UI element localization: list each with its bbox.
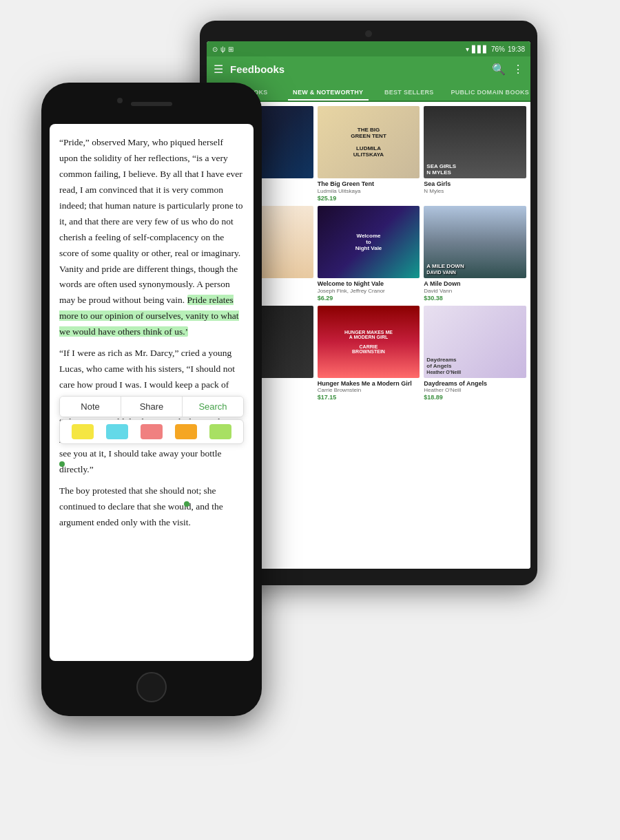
book-price: $30.38 xyxy=(424,295,443,302)
share-button[interactable]: Share xyxy=(121,397,183,417)
book-title: Hunger Makes Me a Modern Girl xyxy=(318,380,412,388)
hamburger-menu-icon[interactable]: ☰ xyxy=(214,63,223,76)
text-selection-toolbar: Note Share Search xyxy=(59,396,244,444)
statusbar-left-icons: ⊙ ψ ⊞ xyxy=(212,45,234,53)
wifi-icon: ▾ xyxy=(466,45,469,53)
book-cover: HUNGER MAKES MEA MODERN GIRLCARRIEBROWNS… xyxy=(318,306,420,378)
book-cover: SEA GIRLSN MYLES xyxy=(424,106,526,178)
tab-new-noteworthy[interactable]: NEW & NOTEWORTHY xyxy=(288,89,369,101)
phone-home-button[interactable] xyxy=(136,672,167,702)
phone-screen: “Pride,” observed Mary, who piqued herse… xyxy=(50,124,254,661)
book-cover: THE BIGGREEN TENTLUDMILAULITSKAYA xyxy=(318,106,420,178)
book-title: A Mile Down xyxy=(424,280,460,288)
list-item[interactable]: HUNGER MAKES MEA MODERN GIRLCARRIEBROWNS… xyxy=(318,306,420,401)
text-paragraph-1: “Pride,” observed Mary, who piqued herse… xyxy=(59,135,244,340)
book-author: Carrie Brownstein xyxy=(318,387,362,393)
notification-icon: ⊞ xyxy=(228,45,234,53)
list-item[interactable]: A MILE DOWNDAVID VANN A Mile Down David … xyxy=(424,206,526,302)
book-title: Sea Girls xyxy=(424,180,451,188)
tab-public-domain[interactable]: PUBLIC DOMAIN BOOKS xyxy=(450,89,531,101)
tablet-camera xyxy=(365,30,372,37)
book-cover: Daydreamsof AngelsHeather O'Neill xyxy=(424,306,526,378)
book-price: $25.19 xyxy=(318,195,337,202)
sync-icon: ψ xyxy=(220,45,225,53)
color-green[interactable] xyxy=(209,424,231,439)
search-icon[interactable]: 🔍 xyxy=(492,63,506,76)
color-red[interactable] xyxy=(141,424,163,439)
highlight-color-picker xyxy=(59,419,244,444)
phone-camera xyxy=(117,98,123,103)
more-options-icon[interactable]: ⋮ xyxy=(513,63,524,76)
book-author: Joseph Fink, Jeffrey Cranor xyxy=(318,288,385,294)
tab-best-sellers[interactable]: BEST SELLERS xyxy=(369,89,450,101)
book-author: David Vann xyxy=(424,288,452,294)
highlighted-text: Pride relates more to our opinion of our… xyxy=(59,295,239,337)
book-price: $17.15 xyxy=(318,394,337,401)
text-paragraph-4: The boy protested that she should not; s… xyxy=(59,483,244,531)
book-title: Daydreams of Angels xyxy=(424,380,487,388)
list-item[interactable]: WelcometoNight Vale Welcome to Night Val… xyxy=(318,206,420,302)
color-cyan[interactable] xyxy=(106,424,128,439)
book-price: $18.89 xyxy=(424,394,443,401)
phone-device: “Pride,” observed Mary, who piqued herse… xyxy=(41,83,262,716)
phone-speaker xyxy=(131,102,172,106)
book-title: Welcome to Night Vale xyxy=(318,280,384,288)
list-item[interactable]: Daydreamsof AngelsHeather O'Neill Daydre… xyxy=(424,306,526,401)
book-title: The Big Green Tent xyxy=(318,180,374,188)
location-icon: ⊙ xyxy=(212,45,218,53)
book-reading-content: “Pride,” observed Mary, who piqued herse… xyxy=(50,124,254,661)
book-author: Ludmila Ulitskaya xyxy=(318,188,361,194)
selection-cursor-start xyxy=(59,461,65,467)
book-price: $6.29 xyxy=(318,295,333,302)
signal-icon: ▋▋▋ xyxy=(472,45,488,53)
app-title: Feedbooks xyxy=(230,63,485,75)
list-item[interactable]: THE BIGGREEN TENTLUDMILAULITSKAYA The Bi… xyxy=(318,106,420,202)
book-author: N Myles xyxy=(424,188,444,194)
battery-level: 76% xyxy=(491,45,505,53)
toolbar-button-group: Note Share Search xyxy=(59,396,244,417)
search-button[interactable]: Search xyxy=(183,397,243,417)
book-cover: WelcometoNight Vale xyxy=(318,206,420,278)
color-yellow[interactable] xyxy=(72,424,94,439)
list-item[interactable]: SEA GIRLSN MYLES Sea Girls N Myles xyxy=(424,106,526,202)
tablet-appbar: ☰ Feedbooks 🔍 ⋮ xyxy=(207,56,530,81)
tablet-statusbar: ⊙ ψ ⊞ ▾ ▋▋▋ 76% 19:38 xyxy=(207,41,530,56)
book-author: Heather O'Neill xyxy=(424,387,461,393)
clock: 19:38 xyxy=(508,45,525,53)
selection-cursor-end xyxy=(184,501,189,507)
statusbar-right-info: ▾ ▋▋▋ 76% 19:38 xyxy=(466,45,525,53)
note-button[interactable]: Note xyxy=(60,397,121,417)
book-cover: A MILE DOWNDAVID VANN xyxy=(424,206,526,278)
color-orange[interactable] xyxy=(175,424,197,439)
